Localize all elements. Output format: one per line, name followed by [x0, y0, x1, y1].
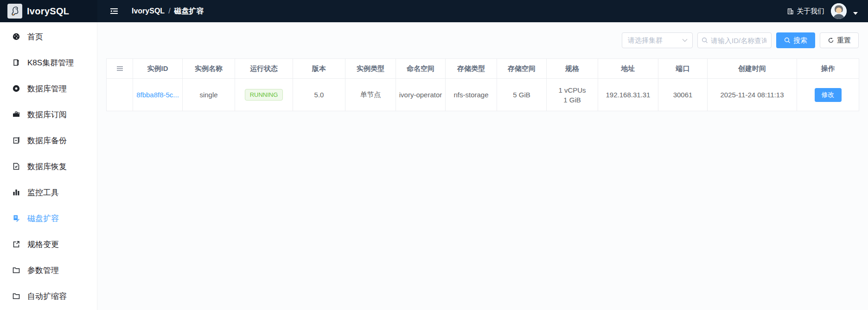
breadcrumb-root[interactable]: IvorySQL	[132, 7, 165, 15]
brand-area: IvorySQL	[0, 0, 97, 22]
about-us-label: 关于我们	[797, 7, 824, 16]
col-header-instance-id: 实例ID	[133, 59, 183, 79]
search-box	[697, 32, 772, 48]
sidebar-item-label: K8S集群管理	[27, 57, 74, 68]
cluster-select-placeholder: 请选择集群	[628, 36, 663, 45]
menu-fold-icon[interactable]	[109, 7, 119, 15]
cell-spec: 1 vCPUs 1 GiB	[547, 79, 598, 111]
col-header-storage-size: 存储空间	[497, 59, 547, 79]
cell-instance-type: 单节点	[345, 79, 396, 111]
database-manage-icon	[12, 84, 20, 93]
folder-icon	[12, 292, 20, 300]
sidebar-item-param-manage[interactable]: 参数管理	[0, 257, 97, 283]
col-header-address: 地址	[598, 59, 658, 79]
spec-change-icon	[12, 240, 20, 248]
sidebar-item-label: 数据库恢复	[27, 161, 67, 172]
cell-version: 5.0	[293, 79, 345, 111]
search-icon	[702, 37, 708, 44]
col-header-namespace: 命名空间	[396, 59, 446, 79]
breadcrumb-current: 磁盘扩容	[174, 6, 204, 16]
col-header-storage-type: 存储类型	[446, 59, 497, 79]
col-header-spec: 规格	[547, 59, 598, 79]
col-header-version: 版本	[293, 59, 345, 79]
sidebar-item-label: 监控工具	[27, 187, 59, 198]
about-us-link[interactable]: 关于我们	[787, 7, 824, 16]
reset-button[interactable]: 重置	[820, 32, 859, 48]
col-header-created-at: 创建时间	[708, 59, 797, 79]
sidebar-item-database-restore[interactable]: 数据库恢复	[0, 153, 97, 179]
dashboard-icon	[12, 32, 20, 41]
sidebar-item-autoscale[interactable]: 自动扩缩容	[0, 283, 97, 309]
cell-port: 30061	[658, 79, 708, 111]
col-header-status: 运行状态	[235, 59, 293, 79]
main-content: 请选择集群 搜索 重置	[97, 22, 868, 310]
ivorysql-logo-icon	[7, 4, 22, 19]
cell-created-at: 2025-11-24 08:11:13	[708, 79, 797, 111]
col-header-instance-type: 实例类型	[345, 59, 396, 79]
filter-toolbar: 请选择集群 搜索 重置	[97, 22, 868, 48]
cluster-page-icon	[12, 58, 20, 67]
cell-address: 192.168.31.31	[598, 79, 658, 111]
building-icon	[787, 8, 794, 15]
sidebar-item-k8s-cluster[interactable]: K8S集群管理	[0, 50, 97, 76]
edit-button[interactable]: 修改	[815, 88, 842, 102]
sidebar-item-label: 数据库订阅	[27, 109, 67, 120]
search-button[interactable]: 搜索	[776, 32, 815, 48]
chevron-down-icon	[682, 38, 688, 42]
status-badge: RUNNING	[245, 89, 283, 101]
sidebar-item-label: 规格变更	[27, 239, 59, 250]
cell-row-handle	[107, 79, 133, 111]
col-header-actions: 操作	[797, 59, 859, 79]
folder-icon	[12, 266, 20, 274]
subscription-icon	[12, 110, 20, 119]
topbar-right: 关于我们	[787, 3, 868, 19]
search-input[interactable]	[711, 37, 766, 44]
sidebar-item-label: 数据库备份	[27, 135, 67, 146]
spec-mem: 1 GiB	[547, 95, 598, 105]
backup-doc-icon	[12, 136, 20, 145]
sidebar-item-label: 自动扩缩容	[27, 291, 67, 302]
topbar: IvorySQL IvorySQL / 磁盘扩容 关于我们	[0, 0, 868, 22]
sidebar-item-monitor-tools[interactable]: 监控工具	[0, 179, 97, 205]
cell-namespace: ivory-operator	[396, 79, 446, 111]
refresh-icon	[828, 37, 834, 44]
cell-storage-type: nfs-storage	[446, 79, 497, 111]
table-row: 8fbba8f8-5c... single RUNNING 5.0 单节点 iv…	[107, 79, 859, 111]
sidebar-item-spec-change[interactable]: 规格变更	[0, 231, 97, 257]
sidebar: 首页 K8S集群管理 数据库管理 数据库订阅 数据	[0, 22, 97, 310]
spec-cpu: 1 vCPUs	[547, 85, 598, 95]
user-avatar[interactable]	[831, 3, 847, 19]
col-header-instance-name: 实例名称	[183, 59, 235, 79]
sidebar-item-database-backup[interactable]: 数据库备份	[0, 127, 97, 153]
sidebar-item-label: 参数管理	[27, 265, 59, 276]
search-icon	[784, 37, 791, 44]
sidebar-item-database-manage[interactable]: 数据库管理	[0, 76, 97, 101]
sidebar-item-label: 首页	[27, 32, 43, 42]
sidebar-item-disk-expand[interactable]: 磁盘扩容	[0, 205, 97, 231]
cell-storage-size: 5 GiB	[497, 79, 547, 111]
cell-instance-name: single	[183, 79, 235, 111]
instance-table-wrap: 实例ID 实例名称 运行状态 版本 实例类型 命名空间 存储类型 存储空间 规格…	[106, 58, 859, 111]
brand-name: IvorySQL	[27, 6, 69, 17]
instance-id-link[interactable]: 8fbba8f8-5c...	[136, 91, 179, 99]
instance-table: 实例ID 实例名称 运行状态 版本 实例类型 命名空间 存储类型 存储空间 规格…	[106, 58, 859, 111]
cluster-select[interactable]: 请选择集群	[622, 32, 693, 48]
column-settings-icon[interactable]	[116, 66, 123, 71]
disk-expand-icon	[12, 214, 20, 222]
chevron-down-icon[interactable]	[853, 12, 858, 15]
monitor-chart-icon	[12, 188, 20, 196]
breadcrumb: IvorySQL / 磁盘扩容	[132, 6, 204, 16]
table-header-row: 实例ID 实例名称 运行状态 版本 实例类型 命名空间 存储类型 存储空间 规格…	[107, 59, 859, 79]
reset-button-label: 重置	[837, 36, 851, 45]
sidebar-item-label: 数据库管理	[27, 83, 67, 94]
sidebar-item-database-subscription[interactable]: 数据库订阅	[0, 101, 97, 127]
breadcrumb-separator: /	[168, 7, 170, 15]
search-button-label: 搜索	[793, 36, 807, 45]
restore-doc-icon	[12, 162, 20, 171]
sidebar-item-home[interactable]: 首页	[0, 24, 97, 50]
col-header-port: 端口	[658, 59, 708, 79]
sidebar-item-label: 磁盘扩容	[27, 213, 59, 224]
